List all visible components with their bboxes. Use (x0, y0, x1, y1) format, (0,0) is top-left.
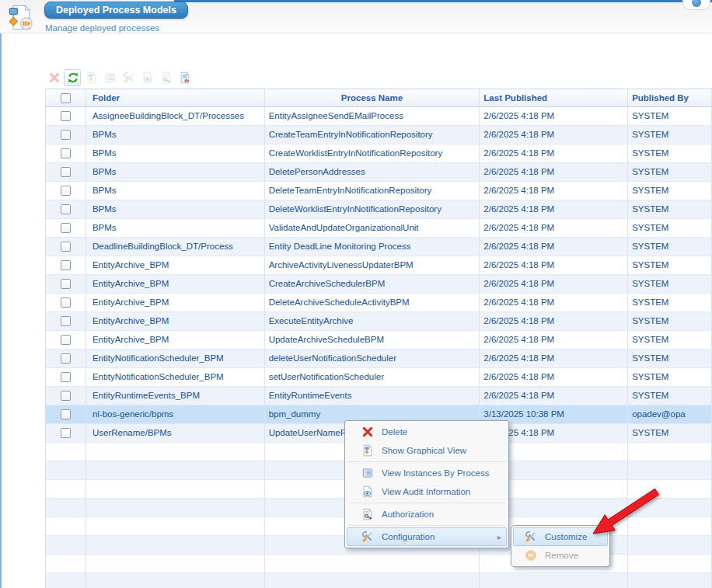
row-select-cell (46, 275, 86, 293)
table-row[interactable]: BPMsCreateWorklistEntryInNotificationRep… (46, 144, 712, 163)
row-checkbox[interactable] (61, 409, 71, 419)
folder-cell: BPMs (86, 219, 265, 237)
folder-cell: EntityArchive_BPM (86, 312, 265, 330)
authorization-key-icon (361, 508, 374, 520)
last-published-cell: 2/6/2025 4:18 PM (480, 350, 628, 367)
authorization-key-icon (160, 71, 173, 84)
published-by-cell: SYSTEM (628, 387, 712, 405)
row-checkbox[interactable] (61, 316, 71, 326)
empty-cell (628, 517, 712, 535)
table-row[interactable]: BPMsDeletePersonAddresses2/6/2025 4:18 P… (46, 163, 712, 182)
empty-cell (46, 480, 86, 498)
row-checkbox[interactable] (61, 279, 71, 289)
column-header-published-by[interactable]: Published By (628, 89, 712, 106)
table-row[interactable]: BPMsDeleteTeamEntryInNotificationReposit… (46, 182, 712, 200)
table-row[interactable]: BPMsValidateAndUpdateOrganizationalUnit2… (46, 219, 712, 238)
last-published-cell: 2/6/2025 4:18 PM (480, 163, 628, 181)
row-checkbox[interactable] (61, 391, 71, 401)
process-name-cell: DeletePersonAddresses (265, 163, 480, 181)
row-checkbox[interactable] (61, 204, 71, 214)
row-checkbox[interactable] (61, 242, 71, 252)
toolbar-view-audit-button (138, 69, 155, 86)
row-checkbox[interactable] (61, 186, 71, 196)
table-row[interactable]: EntityArchive_BPMExecuteEntityArchive2/6… (46, 312, 712, 331)
report-icon (179, 71, 191, 84)
menu-item-show-graphical-view[interactable]: Show Graphical View (347, 441, 507, 460)
table-row[interactable]: EntityRuntimeEvents_BPMEntityRuntimeEven… (46, 387, 712, 405)
process-name-cell: CreateWorklistEntryInNotificationReposit… (265, 144, 480, 162)
folder-cell: EntityArchive_BPM (86, 256, 265, 274)
row-checkbox[interactable] (61, 372, 71, 382)
menu-separator (348, 503, 505, 503)
column-header-folder[interactable]: Folder (86, 89, 265, 106)
menu-separator (348, 525, 505, 526)
folder-cell: nl-bos-generic/bpms (86, 405, 265, 423)
menu-item-delete[interactable]: Delete (347, 423, 507, 441)
table-row[interactable]: BPMsDeleteWorklistEntryInNotificationRep… (46, 200, 712, 219)
row-select-cell (46, 163, 86, 181)
row-checkbox[interactable] (61, 148, 71, 158)
submenu-item-remove: Remove (513, 546, 608, 565)
delete-x-icon (361, 426, 374, 438)
process-name-cell: DeleteWorklistEntryInNotificationReposit… (265, 200, 480, 218)
row-select-cell (46, 219, 86, 237)
select-all-checkbox[interactable] (61, 93, 71, 103)
last-published-cell: 2/6/2025 4:18 PM (480, 107, 628, 125)
left-border-line (0, 33, 2, 588)
row-checkbox[interactable] (61, 130, 71, 140)
row-checkbox[interactable] (61, 297, 71, 308)
row-select-cell (46, 294, 86, 311)
row-checkbox[interactable] (61, 428, 71, 438)
row-checkbox[interactable] (61, 335, 71, 345)
table-row[interactable]: EntityArchive_BPMUpdateArchiveScheduleBP… (46, 331, 712, 350)
row-checkbox[interactable] (61, 223, 71, 233)
table-row[interactable]: EntityNotificationScheduler_BPMsetUserNo… (46, 368, 712, 387)
menu-item-view-instances-by-process[interactable]: View Instances By Process (347, 464, 507, 482)
empty-cell (46, 555, 86, 572)
toolbar-refresh-button[interactable] (64, 69, 81, 86)
page-title: Deployed Process Models (44, 2, 188, 19)
empty-cell (480, 573, 628, 588)
last-published-cell: 2/6/2025 4:18 PM (480, 219, 628, 237)
submenu-item-customize[interactable]: Customize (513, 527, 608, 546)
toolbar-view-instances-button (101, 69, 118, 86)
instances-list-icon (104, 71, 117, 84)
row-select-cell (46, 312, 86, 330)
table-row[interactable]: EntityArchive_BPMDeleteArchiveScheduleAc… (46, 294, 712, 312)
published-by-cell: SYSTEM (628, 182, 712, 200)
row-checkbox[interactable] (61, 167, 71, 177)
column-header-process-name[interactable]: Process Name (265, 89, 480, 106)
table-row[interactable]: BPMsCreateTeamEntryInNotificationReposit… (46, 126, 712, 144)
table-row[interactable]: EntityNotificationScheduler_BPMdeleteUse… (46, 350, 712, 368)
folder-cell: UserRename/BPMs (86, 424, 265, 442)
table-row-empty (46, 573, 712, 588)
menu-item-view-audit-information[interactable]: View Audit Information (347, 482, 507, 501)
empty-cell (46, 443, 86, 461)
last-published-cell: 2/6/2025 4:18 PM (480, 200, 628, 218)
menu-item-configuration[interactable]: Configuration▸ (347, 527, 507, 546)
menu-item-authorization[interactable]: Authorization (347, 505, 507, 524)
column-header-last-published[interactable]: Last Published (480, 89, 628, 106)
table-row[interactable]: EntityArchive_BPMArchiveActivityLiveness… (46, 256, 712, 275)
table-row[interactable]: EntityArchive_BPMCreateArchiveSchedulerB… (46, 275, 712, 294)
toolbar-report-button[interactable] (176, 69, 193, 86)
row-select-cell (46, 107, 86, 125)
audit-eye-icon (141, 71, 154, 84)
published-by-cell: SYSTEM (628, 312, 712, 330)
row-select-cell (46, 200, 86, 218)
empty-cell (86, 573, 265, 588)
last-published-cell: 2/6/2025 4:18 PM (480, 238, 628, 256)
row-checkbox[interactable] (61, 353, 71, 364)
table-row[interactable]: AssigneeBuildingBlock_DT/ProcessesEntity… (46, 107, 712, 126)
empty-cell (46, 461, 86, 479)
empty-cell (265, 555, 480, 572)
published-by-cell: SYSTEM (628, 294, 712, 311)
process-name-cell: deleteUserNotificationScheduler (265, 350, 480, 367)
process-name-cell: DeleteTeamEntryInNotificationRepository (265, 182, 480, 200)
empty-cell (628, 499, 712, 517)
row-checkbox[interactable] (61, 111, 71, 121)
published-by-cell: SYSTEM (628, 163, 712, 181)
help-button[interactable] (682, 0, 710, 10)
row-checkbox[interactable] (61, 260, 71, 270)
table-row[interactable]: DeadlineBuildingBlock_DT/ProcessEntity D… (46, 238, 712, 256)
